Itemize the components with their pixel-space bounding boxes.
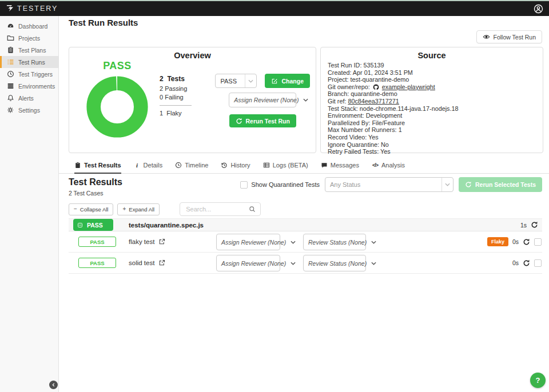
expand-all-button[interactable]: + Expand All <box>117 203 160 215</box>
source-title: Source <box>321 51 543 60</box>
review-status-select[interactable]: Review Status (None) <box>303 234 366 250</box>
sidebar-item-alerts[interactable]: Alerts <box>0 92 58 104</box>
tab-test-results[interactable]: Test Results <box>74 162 121 174</box>
tab-timeline[interactable]: Timeline <box>175 162 208 174</box>
sidebar-item-label: Dashboard <box>18 23 47 30</box>
sidebar-item-test-plans[interactable]: Test Plans <box>0 44 58 56</box>
assign-reviewer-select[interactable]: Assign Reviewer (None) <box>216 255 280 271</box>
test-row: PASS solid test Assign Reviewer (None) R… <box>69 253 542 274</box>
table-icon <box>263 162 270 169</box>
tab-details[interactable]: i Details <box>134 162 163 174</box>
tab-logs[interactable]: Logs (BETA) <box>263 162 308 174</box>
source-field-label: Test Run ID: <box>328 62 361 69</box>
source-field-label: Retry Failed Tests: <box>328 148 379 155</box>
sidebar-item-label: Alerts <box>18 95 34 102</box>
help-button[interactable]: ? <box>530 373 546 388</box>
failing-count: 0 Failing <box>160 93 215 102</box>
tab-history[interactable]: History <box>221 162 250 174</box>
flaky-count: 1 <box>160 110 163 117</box>
sidebar-item-settings[interactable]: Settings <box>0 104 58 116</box>
tab-messages[interactable]: Messages <box>321 162 359 174</box>
results-header: Test Results 2 Test Cases Show Quarantin… <box>69 177 542 197</box>
review-status-select[interactable]: Review Status (None) <box>303 255 366 271</box>
rerun-test-run-button[interactable]: Rerun Test Run <box>229 114 296 127</box>
sidebar-collapse-button[interactable] <box>49 381 58 389</box>
tab-label: Timeline <box>185 162 208 169</box>
help-label: ? <box>536 376 540 385</box>
rerun-selected-tests-label: Rerun Selected Tests <box>475 181 536 188</box>
refresh-icon <box>236 118 242 125</box>
group-status-label: PASS <box>87 222 103 229</box>
refresh-icon[interactable] <box>523 259 530 267</box>
chevron-down-icon <box>371 262 380 265</box>
external-link-icon[interactable] <box>158 259 165 266</box>
select-test-checkbox[interactable] <box>534 259 542 267</box>
code-icon: </> <box>372 162 379 169</box>
user-account-icon[interactable] <box>534 4 543 14</box>
plus-icon: + <box>122 206 126 212</box>
source-field-value: No <box>381 141 389 148</box>
source-field-label: Parallelized By: <box>328 119 370 126</box>
refresh-icon[interactable] <box>523 238 530 246</box>
sidebar-item-projects[interactable]: Projects <box>0 32 58 44</box>
status-select[interactable]: PASS <box>215 74 257 88</box>
follow-test-run-button[interactable]: Follow Test Run <box>476 30 542 43</box>
assign-reviewer-value: Assign Reviewer (None) <box>217 260 291 267</box>
rerun-selected-tests-button[interactable]: Rerun Selected Tests <box>459 177 542 192</box>
collapse-all-button[interactable]: − Collapse All <box>69 203 113 215</box>
test-duration: 0s <box>512 259 519 266</box>
chevron-down-icon <box>303 98 312 102</box>
sidebar-item-environments[interactable]: Environments <box>0 80 58 92</box>
sidebar-item-test-triggers[interactable]: Test Triggers <box>0 68 58 80</box>
eye-icon <box>483 33 490 41</box>
git-repo-link[interactable]: example-playwright <box>382 83 435 90</box>
brand-name: TESTERY <box>17 5 58 13</box>
source-card: Source Test Run ID: 535139 Created: Apr … <box>320 47 543 153</box>
status-select-value: PASS <box>216 78 241 85</box>
test-status-badge[interactable]: PASS <box>78 258 116 268</box>
sidebar-item-dashboard[interactable]: Dashboard <box>0 20 58 32</box>
status-donut-chart <box>83 73 151 141</box>
group-status-badge[interactable]: PASS <box>73 219 113 231</box>
source-details: Test Run ID: 535139 Created: Apr 01, 202… <box>321 60 543 155</box>
group-duration: 1s <box>520 222 527 229</box>
test-name: solid test <box>129 259 154 266</box>
test-file-name: tests/quarantine.spec.js <box>129 222 204 229</box>
refresh-icon[interactable] <box>531 221 538 229</box>
dashboard-icon <box>7 22 14 30</box>
test-duration: 0s <box>512 238 519 245</box>
results-toolbar: − Collapse All + Expand All <box>69 202 549 216</box>
change-status-button[interactable]: Change <box>265 74 310 88</box>
tab-label: Details <box>144 162 163 169</box>
overview-status-label: PASS <box>75 60 160 72</box>
tab-label: Test Results <box>84 162 121 169</box>
external-link-icon[interactable] <box>158 238 165 245</box>
search-box[interactable] <box>180 202 261 216</box>
status-filter-select[interactable]: Any Status <box>325 177 453 192</box>
assign-reviewer-select[interactable]: Assign Reviewer (None) <box>229 93 296 107</box>
source-field-label: Project: <box>328 76 349 83</box>
chevron-down-icon <box>245 74 256 87</box>
sidebar-item-test-runs[interactable]: Test Runs <box>0 56 58 68</box>
test-status-badge[interactable]: PASS <box>78 237 116 247</box>
clock-icon <box>7 70 14 78</box>
tab-analysis[interactable]: </> Analysis <box>372 162 405 174</box>
show-quarantined-toggle[interactable]: Show Quarantined Tests <box>240 181 320 189</box>
test-file-group-row[interactable]: PASS tests/quarantine.spec.js 1s <box>69 218 542 231</box>
source-field-value: test-quarantine-demo <box>351 76 409 83</box>
source-field-value: Development <box>366 112 403 119</box>
show-quarantined-checkbox[interactable] <box>240 181 248 189</box>
chevron-down-icon <box>371 241 380 244</box>
flaky-badge: Flaky <box>487 237 508 246</box>
overview-title: Overview <box>69 51 316 60</box>
brand[interactable]: TESTERY <box>6 4 58 13</box>
assign-reviewer-select[interactable]: Assign Reviewer (None) <box>216 234 280 250</box>
select-test-checkbox[interactable] <box>534 238 542 246</box>
git-ref-link[interactable]: 80c84eea3717271 <box>348 98 399 105</box>
source-field-value: Yes <box>380 148 391 155</box>
review-status-value: Review Status (None) <box>304 260 371 267</box>
source-field-label: Ignore Quarantine: <box>328 141 379 148</box>
source-field-label: Environment: <box>328 112 364 119</box>
search-input[interactable] <box>185 205 249 213</box>
collapse-square-icon <box>77 222 83 228</box>
